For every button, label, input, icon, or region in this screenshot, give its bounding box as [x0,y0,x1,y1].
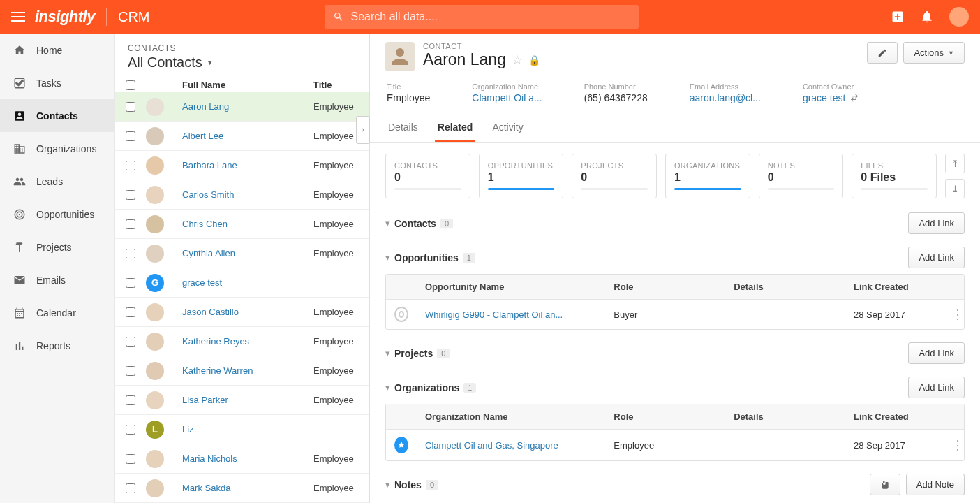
contact-name-link[interactable]: Carlos Smith [182,189,234,200]
contact-name-link[interactable]: Chris Chen [182,219,228,229]
contact-name-link[interactable]: Jason Castillo [182,307,239,317]
collapse-all-button[interactable]: ⤒ [945,154,965,173]
row-checkbox[interactable] [126,483,135,493]
table-row[interactable]: Maria NicholsEmployee [115,444,369,474]
row-checkbox[interactable] [126,278,135,288]
stat-opportunities[interactable]: OPPORTUNITIES1 [479,154,564,198]
row-checkbox[interactable] [126,425,135,435]
row-checkbox[interactable] [126,161,135,170]
contact-name-link[interactable]: Albert Lee [182,131,223,141]
tab-related[interactable]: Related [435,116,476,142]
nav-leads[interactable]: Leads [0,165,114,198]
search-input[interactable] [351,10,630,23]
tab-details[interactable]: Details [385,116,421,142]
row-checkbox[interactable] [126,454,135,464]
row-checkbox[interactable] [126,366,135,376]
field-value: (65) 64367228 [584,92,648,103]
list-title-dropdown[interactable]: All Contacts▼ [128,54,357,71]
edit-button[interactable] [867,42,898,64]
nav-emails[interactable]: Emails [0,263,114,296]
org-name-link[interactable]: Clampett Oil and Gas, Singapore [425,440,558,451]
add-note-button[interactable]: Add Note [906,474,965,495]
add-link-button[interactable]: Add Link [908,377,965,398]
nav-tasks[interactable]: Tasks [0,66,114,99]
table-row[interactable]: Chris ChenEmployee [115,210,369,239]
nav-contacts[interactable]: Contacts [0,99,114,132]
table-row[interactable]: Cynthia AllenEmployee [115,239,369,268]
add-icon[interactable] [891,10,905,24]
row-menu-icon[interactable]: ⋮ [943,300,964,329]
star-icon[interactable]: ☆ [512,52,523,68]
contact-name-link[interactable]: Liz [182,424,194,435]
contact-name-link[interactable]: Barbara Lane [182,160,237,170]
contacts-icon [13,110,26,122]
chevron-down-icon[interactable]: ▾ [385,252,390,263]
row-checkbox[interactable] [126,249,135,258]
opp-name-link[interactable]: Whirligig G990 - Clampett Oil an... [425,309,563,320]
nav-reports[interactable]: Reports [0,329,114,362]
row-checkbox[interactable] [126,337,135,347]
evernote-button[interactable] [870,474,900,495]
table-row[interactable]: Barbara LaneEmployee [115,151,369,180]
nav-organizations[interactable]: Organizations [0,132,114,165]
nav-home[interactable]: Home [0,34,114,66]
table-row[interactable]: Albert LeeEmployee [115,122,369,151]
add-link-button[interactable]: Add Link [908,212,965,234]
chevron-down-icon[interactable]: ▾ [385,382,390,393]
col-org-details: Details [725,404,845,429]
user-avatar-icon[interactable] [949,7,969,27]
stat-files[interactable]: FILES0 Files [852,154,937,198]
stat-notes[interactable]: NOTES0 [759,154,844,198]
contact-name-link[interactable]: Lisa Parker [182,395,228,405]
section-title: Contacts [394,218,436,229]
field-value-link[interactable]: grace test [803,92,859,103]
row-checkbox[interactable] [126,190,135,200]
add-link-button[interactable]: Add Link [908,342,965,364]
expand-all-button[interactable]: ⤓ [945,179,965,198]
row-checkbox[interactable] [126,219,135,229]
table-row[interactable]: Lisa ParkerEmployee [115,386,369,415]
table-row[interactable]: LLiz [115,415,369,444]
col-header-title[interactable]: Title [313,80,369,90]
field-value-link[interactable]: Clampett Oil a... [472,92,542,103]
add-link-button[interactable]: Add Link [908,247,965,268]
chevron-down-icon[interactable]: ▾ [385,348,390,358]
table-row[interactable]: Katherine ReyesEmployee [115,327,369,356]
row-checkbox[interactable] [126,131,135,141]
table-row[interactable]: Mark SakdaEmployee [115,474,369,503]
stat-projects[interactable]: PROJECTS0 [572,154,657,198]
contact-name-link[interactable]: Aaron Lang [182,101,229,112]
search-box[interactable] [325,5,639,29]
row-checkbox[interactable] [126,307,135,317]
chevron-down-icon[interactable]: ▾ [385,218,390,228]
row-checkbox[interactable] [126,395,135,405]
contact-name-link[interactable]: Mark Sakda [182,483,230,493]
table-row[interactable]: Carlos SmithEmployee [115,180,369,210]
actions-button[interactable]: Actions▼ [903,42,965,64]
row-checkbox[interactable] [126,102,135,112]
nav-calendar[interactable]: Calendar [0,296,114,329]
chevron-down-icon[interactable]: ▾ [385,479,390,490]
collapse-handle[interactable] [356,116,370,144]
list-title-text: All Contacts [128,54,202,71]
tab-activity[interactable]: Activity [489,116,526,142]
col-header-name[interactable]: Full Name [174,80,313,90]
nav-projects[interactable]: Projects [0,231,114,263]
row-menu-icon[interactable]: ⋮ [943,430,964,460]
hamburger-icon[interactable] [11,10,25,24]
bell-icon[interactable] [920,10,934,24]
nav-opportunities[interactable]: Opportunities [0,198,114,231]
contact-name-link[interactable]: Maria Nichols [182,453,237,464]
contact-name-link[interactable]: Katherine Reyes [182,336,249,347]
contact-name-link[interactable]: grace test [182,277,222,288]
select-all-checkbox[interactable] [126,80,135,90]
stat-organizations[interactable]: ORGANIZATIONS1 [665,154,750,198]
field-value-link[interactable]: aaron.lang@cl... [690,92,761,103]
stat-contacts[interactable]: CONTACTS0 [385,154,470,198]
table-row[interactable]: Aaron LangEmployee [115,92,369,122]
contact-name-link[interactable]: Cynthia Allen [182,248,235,258]
table-row[interactable]: Ggrace test [115,268,369,298]
table-row[interactable]: Jason CastilloEmployee [115,298,369,327]
contact-name-link[interactable]: Katherine Warren [182,365,253,376]
table-row[interactable]: Katherine WarrenEmployee [115,356,369,386]
